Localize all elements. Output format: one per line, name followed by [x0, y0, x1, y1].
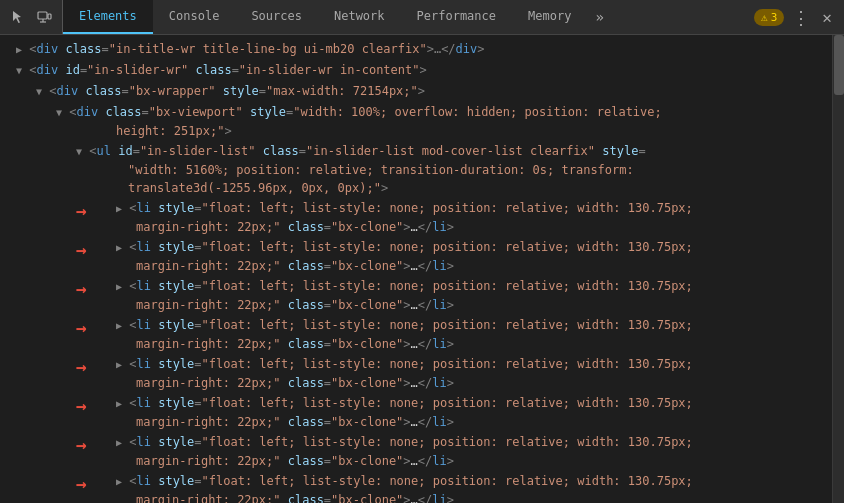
scrollbar-thumb[interactable] — [834, 35, 844, 95]
svg-rect-1 — [48, 14, 51, 19]
dom-line-content: ▶ <li style="float: left; list-style: no… — [8, 315, 832, 354]
toolbar-icons — [0, 0, 63, 34]
tab-elements[interactable]: Elements — [63, 0, 153, 34]
warning-badge[interactable]: ⚠ 3 — [754, 9, 784, 26]
red-arrow-icon: → — [76, 317, 87, 338]
red-arrow-icon: → — [76, 473, 87, 494]
warning-count: 3 — [771, 11, 778, 24]
tabs-container: Elements Console Sources Network Perform… — [63, 0, 612, 34]
dom-row[interactable]: → ▶ <li style="float: left; list-style: … — [0, 237, 832, 276]
dom-row[interactable]: → ▶ <li style="float: left; list-style: … — [0, 471, 832, 503]
tab-performance[interactable]: Performance — [401, 0, 512, 34]
dom-line-content: ▼ <div class="bx-wrapper" style="max-wid… — [8, 81, 832, 102]
red-arrow-icon: → — [76, 200, 87, 221]
red-arrow-icon: → — [76, 239, 87, 260]
svg-rect-0 — [38, 12, 47, 19]
more-options-button[interactable]: ⋮ — [788, 5, 814, 30]
dom-row[interactable]: → ▶ <li style="float: left; list-style: … — [0, 315, 832, 354]
dom-panel[interactable]: ▶ <div class="in-title-wr title-line-bg … — [0, 35, 832, 503]
more-tabs-button[interactable]: » — [587, 0, 611, 34]
dom-row[interactable]: ▼ <div class="bx-viewport" style="width:… — [0, 102, 832, 141]
dom-line-content: ▼ <div id="in-slider-wr" class="in-slide… — [8, 60, 832, 81]
close-button[interactable]: ✕ — [818, 6, 836, 29]
dom-row[interactable]: ▼ <div class="bx-wrapper" style="max-wid… — [0, 81, 832, 102]
tab-memory[interactable]: Memory — [512, 0, 587, 34]
tab-network-label: Network — [334, 9, 385, 23]
dom-line-content: ▶ <li style="float: left; list-style: no… — [8, 354, 832, 393]
tab-console[interactable]: Console — [153, 0, 236, 34]
cursor-icon[interactable] — [8, 7, 28, 27]
tab-sources[interactable]: Sources — [235, 0, 318, 34]
scrollbar[interactable] — [832, 35, 844, 503]
dom-line-content: ▶ <li style="float: left; list-style: no… — [8, 432, 832, 471]
dom-line-content: ▶ <li style="float: left; list-style: no… — [8, 276, 832, 315]
dom-row[interactable]: → ▶ <li style="float: left; list-style: … — [0, 432, 832, 471]
red-arrow-icon: → — [76, 395, 87, 416]
tab-performance-label: Performance — [417, 9, 496, 23]
dom-row[interactable]: ▼ <div id="in-slider-wr" class="in-slide… — [0, 60, 832, 81]
dom-line-content: ▼ <ul id="in-slider-list" class="in-slid… — [8, 141, 832, 198]
red-arrow-icon: → — [76, 356, 87, 377]
warning-icon: ⚠ — [761, 11, 768, 24]
dom-row[interactable]: → ▶ <li style="float: left; list-style: … — [0, 393, 832, 432]
dom-line-content: ▶ <li style="float: left; list-style: no… — [8, 471, 832, 503]
red-arrow-icon: → — [76, 434, 87, 455]
dom-row[interactable]: → ▶ <li style="float: left; list-style: … — [0, 276, 832, 315]
dom-line-content: ▼ <div class="bx-viewport" style="width:… — [8, 102, 832, 141]
tab-memory-label: Memory — [528, 9, 571, 23]
tab-sources-label: Sources — [251, 9, 302, 23]
red-arrow-icon: → — [76, 278, 87, 299]
device-icon[interactable] — [34, 7, 54, 27]
dom-row[interactable]: ▶ <div class="in-title-wr title-line-bg … — [0, 39, 832, 60]
dom-row[interactable]: → ▶ <li style="float: left; list-style: … — [0, 198, 832, 237]
tab-console-label: Console — [169, 9, 220, 23]
dom-line-content: ▶ <li style="float: left; list-style: no… — [8, 393, 832, 432]
dom-line-content: ▶ <div class="in-title-wr title-line-bg … — [8, 39, 832, 60]
dom-row[interactable]: ▼ <ul id="in-slider-list" class="in-slid… — [0, 141, 832, 198]
content-area: ▶ <div class="in-title-wr title-line-bg … — [0, 35, 844, 503]
tab-elements-label: Elements — [79, 9, 137, 23]
tab-bar-right: ⚠ 3 ⋮ ✕ — [746, 5, 844, 30]
dom-line-content: ▶ <li style="float: left; list-style: no… — [8, 237, 832, 276]
dom-line-content: ▶ <li style="float: left; list-style: no… — [8, 198, 832, 237]
dom-row[interactable]: → ▶ <li style="float: left; list-style: … — [0, 354, 832, 393]
tab-network[interactable]: Network — [318, 0, 401, 34]
tab-bar: Elements Console Sources Network Perform… — [0, 0, 844, 35]
